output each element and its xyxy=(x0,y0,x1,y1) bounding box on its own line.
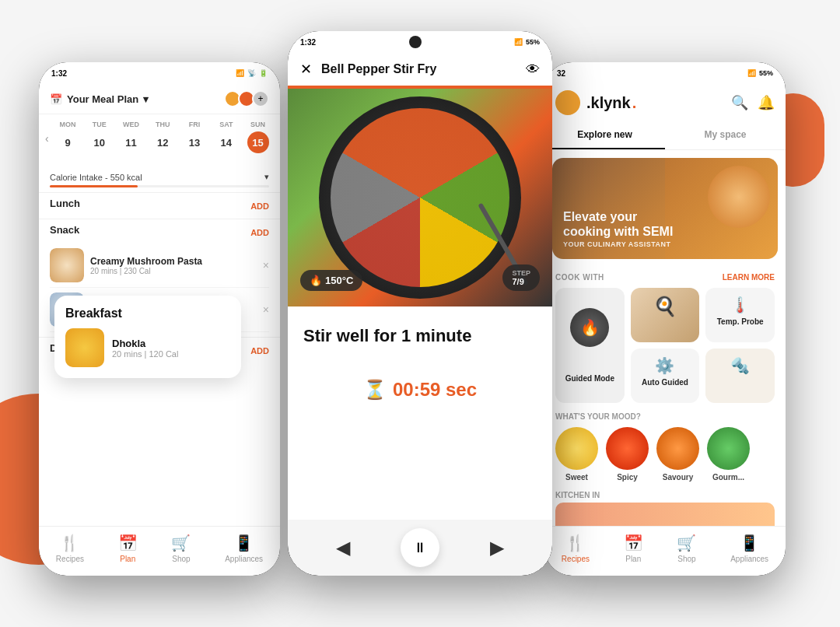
recipe-instruction: Stir well for 1 minute xyxy=(288,306,552,366)
right-plan-icon: 📅 xyxy=(624,534,643,552)
mood-savoury[interactable]: Savoury xyxy=(656,427,699,482)
right-nav-shop[interactable]: 🛒 Shop xyxy=(677,534,696,563)
add-snack-button[interactable]: ADD xyxy=(250,228,269,237)
calorie-row: Calorie Intake - 550 kcal ▾ xyxy=(39,166,280,185)
klynk-header: .klynk. 🔍 🔔 xyxy=(544,84,786,121)
center-time: 1:32 xyxy=(300,38,316,47)
r-battery-icon: 55% xyxy=(759,69,773,77)
day-tue[interactable]: TUE 10 xyxy=(86,121,114,153)
right-recipes-icon: 🍴 xyxy=(565,534,585,552)
hero-banner: Elevate yourcooking with SEMI YOUR CULIN… xyxy=(552,158,778,259)
tab-my-space[interactable]: My space xyxy=(665,121,786,149)
day-sat[interactable]: SAT 14 xyxy=(212,121,240,153)
hero-text: Elevate yourcooking with SEMI YOUR CULIN… xyxy=(563,209,673,248)
snack-item-pasta: Creamy Mushroom Pasta 20 mins | 230 Cal … xyxy=(50,243,269,288)
add-dinner-button[interactable]: ADD xyxy=(250,346,269,356)
left-status-bar: 1:32 📶 📡 🔋 xyxy=(39,62,280,84)
right-status-bar: 32 📶 55% xyxy=(544,62,786,84)
cook-card-appliance-image[interactable]: 🍳 xyxy=(631,288,700,342)
left-bottom-nav: 🍴 Recipes 📅 Plan 🛒 Shop 📱 Appliances xyxy=(39,526,280,576)
recipes-icon: 🍴 xyxy=(60,534,79,552)
day-mon[interactable]: MON 9 xyxy=(54,121,82,153)
day-fri[interactable]: FRI 13 xyxy=(180,121,208,153)
center-phone-screen: 1:32 📶 55% ✕ Bell Pepper Stir Fry 👁 xyxy=(288,31,552,576)
hourglass-icon: ⏳ xyxy=(363,379,387,401)
klynk-brand: .klynk. xyxy=(555,90,636,115)
center-status-bar: 1:32 📶 55% xyxy=(288,31,552,53)
cook-with-section: COOK WITH LEARN MORE xyxy=(544,267,786,285)
right-bottom-nav: 🍴 Recipes 📅 Plan 🛒 Shop 📱 Appliances xyxy=(544,526,786,576)
mood-sweet[interactable]: Sweet xyxy=(555,427,598,482)
add-lunch-button[interactable]: ADD xyxy=(250,201,269,211)
add-avatar-button[interactable]: + xyxy=(252,90,269,107)
cook-card-auto-guided[interactable]: ⚙️ Auto Guided xyxy=(631,349,700,403)
klynk-avatar xyxy=(555,90,580,115)
logo-dot: . xyxy=(632,94,637,112)
avatar-group: + xyxy=(230,90,269,107)
learn-more-link[interactable]: LEARN MORE xyxy=(723,273,775,282)
right-phone: 32 📶 55% .klynk. 🔍 🔔 xyxy=(544,62,786,576)
left-time: 1:32 xyxy=(51,69,67,78)
chevron-icon: ▾ xyxy=(143,93,149,105)
center-status-icons: 📶 55% xyxy=(514,38,540,46)
sweet-icon xyxy=(555,427,598,470)
appliance-image-icon: 🍳 xyxy=(653,296,677,317)
previous-step-button[interactable]: ◀ xyxy=(336,537,350,559)
calorie-bar xyxy=(50,185,269,187)
probe-image-icon: 🔩 xyxy=(730,356,750,375)
mood-spicy[interactable]: Spicy xyxy=(606,427,649,482)
right-nav-plan[interactable]: 📅 Plan xyxy=(624,534,643,563)
recipe-image: 🔥 150°C STEP 7/9 xyxy=(288,89,552,306)
remove-gyoza-button[interactable]: × xyxy=(263,303,269,316)
calorie-expand-icon[interactable]: ▾ xyxy=(264,172,269,182)
mood-gourmet[interactable]: Gourm... xyxy=(707,427,750,482)
recipe-header: ✕ Bell Pepper Stir Fry 👁 xyxy=(288,53,552,86)
pause-button[interactable]: ⏸ xyxy=(401,528,439,567)
nav-appliances[interactable]: 📱 Appliances xyxy=(225,534,263,563)
right-status-icons: 📶 55% xyxy=(747,69,773,77)
cook-card-probe-image[interactable]: 🔩 xyxy=(705,349,775,403)
food-art xyxy=(331,108,509,287)
nav-recipes[interactable]: 🍴 Recipes xyxy=(56,534,84,563)
mood-row: Sweet Spicy Savoury Gourm... xyxy=(544,424,786,488)
battery-icon: 🔋 xyxy=(259,69,268,77)
right-time: 32 xyxy=(557,69,565,78)
prev-week-button[interactable]: ‹ xyxy=(45,132,49,145)
cook-card-guided-mode[interactable]: 🔥 Guided Mode xyxy=(555,288,625,403)
tab-explore-new[interactable]: Explore new xyxy=(544,121,665,149)
appliances-icon: 📱 xyxy=(234,534,254,552)
step-badge: STEP 7/9 xyxy=(502,264,540,291)
recipe-controls: ◀ ⏸ ▶ xyxy=(288,520,552,576)
right-nav-recipes[interactable]: 🍴 Recipes xyxy=(562,534,590,563)
close-recipe-button[interactable]: ✕ xyxy=(300,61,312,78)
nav-shop[interactable]: 🛒 Shop xyxy=(171,534,191,563)
pan-visual xyxy=(319,96,521,299)
right-shop-icon: 🛒 xyxy=(677,534,696,552)
next-step-button[interactable]: ▶ xyxy=(490,537,504,559)
breakfast-item: Dhokla 20 mins | 120 Cal xyxy=(65,328,230,367)
r-signal-icon: 📶 xyxy=(747,69,756,77)
plan-icon: 📅 xyxy=(118,534,138,552)
search-icon[interactable]: 🔍 xyxy=(731,94,748,111)
gourmet-icon xyxy=(707,427,750,470)
klynk-logo: .klynk. xyxy=(586,94,636,112)
battery-text: 55% xyxy=(526,38,540,46)
right-nav-appliances[interactable]: 📱 Appliances xyxy=(730,534,768,563)
spicy-icon xyxy=(606,427,649,470)
pasta-thumbnail xyxy=(50,248,84,282)
day-thu[interactable]: THU 12 xyxy=(149,121,177,153)
recipe-timer: ⏳ 00:59 sec xyxy=(288,366,552,413)
pasta-info: Creamy Mushroom Pasta 20 mins | 230 Cal xyxy=(90,256,202,275)
food-pop-art xyxy=(708,166,770,228)
dhokla-thumbnail xyxy=(65,328,104,367)
remove-pasta-button[interactable]: × xyxy=(263,259,269,271)
nav-plan[interactable]: 📅 Plan xyxy=(118,534,138,563)
eye-icon[interactable]: 👁 xyxy=(526,61,540,78)
day-sun[interactable]: SUN 15 xyxy=(244,121,272,153)
notification-icon[interactable]: 🔔 xyxy=(758,94,775,111)
calorie-bar-fill xyxy=(50,185,138,187)
cook-card-temp-probe[interactable]: 🌡️ Temp. Probe xyxy=(705,288,775,342)
breakfast-popup-card: Breakfast Dhokla 20 mins | 120 Cal xyxy=(54,296,241,378)
phones-wrapper: 1:32 📶 📡 🔋 📅 Your Meal Plan ▾ + xyxy=(39,16,801,622)
day-wed[interactable]: WED 11 xyxy=(117,121,145,153)
